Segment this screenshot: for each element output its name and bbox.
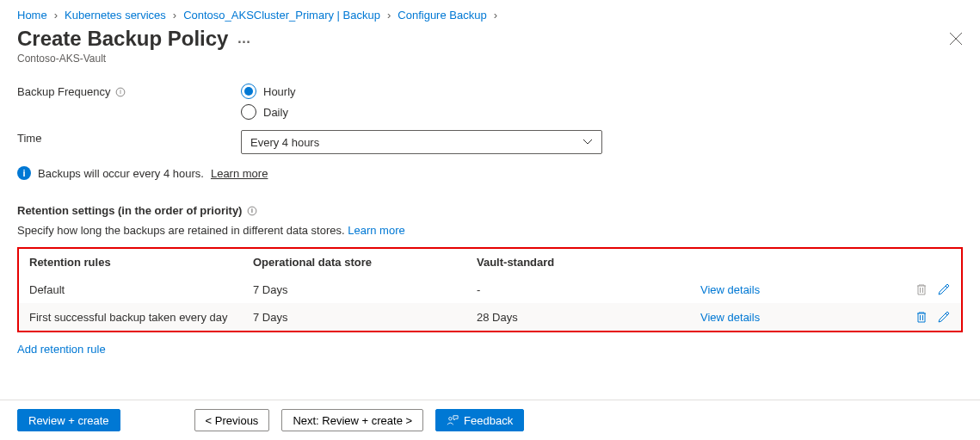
- info-icon[interactable]: i: [247, 206, 257, 216]
- edit-icon[interactable]: [937, 310, 951, 324]
- previous-button[interactable]: < Previous: [194, 409, 270, 431]
- close-icon[interactable]: [949, 32, 963, 46]
- delete-icon[interactable]: [915, 310, 928, 324]
- radio-hourly[interactable]: Hourly: [241, 84, 963, 99]
- rule-vault: 28 Days: [477, 311, 700, 324]
- delete-icon: [915, 282, 928, 296]
- review-create-button[interactable]: Review + create: [17, 409, 120, 431]
- svg-text:i: i: [252, 208, 254, 214]
- rule-name: First successful backup taken every day: [29, 311, 253, 324]
- col-ods: Operational data store: [253, 256, 477, 269]
- add-retention-rule-link[interactable]: Add retention rule: [0, 338, 980, 361]
- col-rules: Retention rules: [29, 256, 253, 269]
- radio-daily-label: Daily: [263, 106, 288, 119]
- breadcrumb: Home › Kubernetes services › Contoso_AKS…: [0, 0, 980, 27]
- col-vault: Vault-standard: [477, 256, 700, 269]
- breadcrumb-home[interactable]: Home: [17, 9, 47, 22]
- time-select[interactable]: Every 4 hours: [241, 130, 602, 154]
- learn-more-link[interactable]: Learn more: [211, 167, 268, 180]
- chevron-down-icon: [582, 137, 593, 147]
- footer-bar: Review + create < Previous Next: Review …: [0, 400, 980, 440]
- feedback-button[interactable]: Feedback: [435, 409, 524, 431]
- chevron-right-icon: ›: [54, 9, 58, 22]
- info-icon[interactable]: i: [115, 87, 126, 97]
- retention-section-title: Retention settings (in the order of prio…: [0, 194, 980, 220]
- breadcrumb-cluster[interactable]: Contoso_AKSCluster_Primary | Backup: [183, 9, 380, 22]
- radio-hourly-label: Hourly: [263, 85, 296, 98]
- next-button[interactable]: Next: Review + create >: [281, 409, 423, 431]
- radio-selected-icon: [241, 84, 256, 99]
- radio-unselected-icon: [241, 104, 256, 120]
- chevron-right-icon: ›: [173, 9, 176, 22]
- breadcrumb-k8s[interactable]: Kubernetes services: [65, 9, 166, 22]
- chevron-right-icon: ›: [387, 9, 391, 22]
- rule-vault: -: [477, 283, 700, 296]
- rule-ods: 7 Days: [253, 283, 477, 296]
- retention-learn-more-link[interactable]: Learn more: [348, 224, 404, 237]
- time-label: Time: [17, 130, 241, 145]
- rule-name: Default: [29, 283, 253, 296]
- retention-section-desc: Specify how long the backups are retaine…: [0, 220, 980, 247]
- info-icon: i: [17, 166, 31, 180]
- svg-text:i: i: [120, 89, 122, 95]
- svg-point-4: [449, 418, 453, 421]
- table-row: First successful backup taken every day …: [19, 303, 961, 331]
- view-details-link[interactable]: View details: [700, 311, 760, 324]
- edit-icon[interactable]: [937, 282, 951, 296]
- more-actions-icon[interactable]: …: [237, 31, 250, 46]
- backup-schedule-text: Backups will occur every 4 hours.: [38, 167, 204, 180]
- table-row: Default 7 Days - View details: [19, 276, 961, 303]
- retention-table-header: Retention rules Operational data store V…: [19, 249, 961, 276]
- backup-schedule-info: i Backups will occur every 4 hours. Lear…: [0, 159, 980, 194]
- vault-name: Contoso-AKS-Vault: [0, 51, 980, 78]
- backup-frequency-label: Backup Frequency i: [17, 84, 241, 98]
- rule-ods: 7 Days: [253, 311, 477, 324]
- time-select-value: Every 4 hours: [250, 136, 319, 149]
- retention-table: Retention rules Operational data store V…: [17, 247, 963, 332]
- page-title-text: Create Backup Policy: [17, 27, 228, 51]
- view-details-link[interactable]: View details: [700, 283, 760, 296]
- backup-frequency-radios: Hourly Daily: [241, 84, 963, 120]
- person-feedback-icon: [447, 414, 459, 426]
- page-title: Create Backup Policy …: [17, 27, 250, 51]
- chevron-right-icon: ›: [494, 9, 497, 22]
- breadcrumb-configure[interactable]: Configure Backup: [398, 9, 486, 22]
- radio-daily[interactable]: Daily: [241, 104, 963, 120]
